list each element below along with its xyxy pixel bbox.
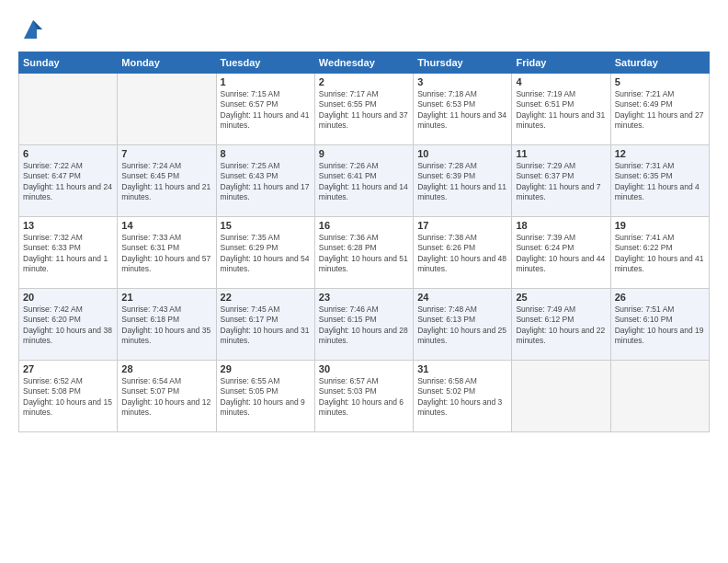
day-number: 14: [121, 220, 211, 231]
calendar-cell: 5Sunrise: 7:21 AM Sunset: 6:49 PM Daylig…: [610, 74, 709, 145]
calendar-cell: [512, 361, 610, 432]
day-number: 10: [417, 148, 507, 159]
calendar-cell: 11Sunrise: 7:29 AM Sunset: 6:37 PM Dayli…: [512, 145, 610, 217]
day-info: Sunrise: 7:38 AM Sunset: 6:26 PM Dayligh…: [417, 233, 507, 275]
day-info: Sunrise: 7:39 AM Sunset: 6:24 PM Dayligh…: [516, 233, 606, 275]
week-row-3: 13Sunrise: 7:32 AM Sunset: 6:33 PM Dayli…: [19, 217, 710, 289]
day-info: Sunrise: 7:35 AM Sunset: 6:29 PM Dayligh…: [221, 233, 311, 275]
calendar-cell: 18Sunrise: 7:39 AM Sunset: 6:24 PM Dayli…: [512, 217, 610, 289]
calendar-cell: 1Sunrise: 7:15 AM Sunset: 6:57 PM Daylig…: [216, 74, 314, 145]
day-info: Sunrise: 7:22 AM Sunset: 6:47 PM Dayligh…: [23, 161, 113, 203]
day-number: 17: [417, 220, 507, 231]
calendar-cell: 23Sunrise: 7:46 AM Sunset: 6:15 PM Dayli…: [314, 289, 413, 361]
week-row-1: 1Sunrise: 7:15 AM Sunset: 6:57 PM Daylig…: [19, 74, 710, 145]
calendar-cell: 16Sunrise: 7:36 AM Sunset: 6:28 PM Dayli…: [314, 217, 413, 289]
day-number: 13: [23, 220, 113, 231]
day-number: 27: [23, 363, 113, 374]
day-number: 21: [121, 292, 211, 303]
calendar-cell: 22Sunrise: 7:45 AM Sunset: 6:17 PM Dayli…: [216, 289, 314, 361]
day-info: Sunrise: 7:43 AM Sunset: 6:18 PM Dayligh…: [121, 304, 211, 347]
day-info: Sunrise: 7:28 AM Sunset: 6:39 PM Dayligh…: [417, 161, 507, 203]
day-number: 26: [615, 292, 705, 303]
weekday-header-wednesday: Wednesday: [314, 52, 413, 74]
logo-icon: [20, 17, 46, 42]
calendar-cell: 7Sunrise: 7:24 AM Sunset: 6:45 PM Daylig…: [118, 145, 216, 217]
day-info: Sunrise: 7:48 AM Sunset: 6:13 PM Dayligh…: [417, 304, 507, 347]
day-number: 24: [417, 292, 507, 303]
day-info: Sunrise: 6:57 AM Sunset: 5:03 PM Dayligh…: [319, 376, 409, 419]
weekday-header-thursday: Thursday: [414, 52, 512, 74]
day-number: 19: [615, 220, 705, 231]
day-info: Sunrise: 7:33 AM Sunset: 6:31 PM Dayligh…: [121, 233, 211, 275]
calendar-cell: 27Sunrise: 6:52 AM Sunset: 5:08 PM Dayli…: [19, 361, 118, 432]
day-info: Sunrise: 7:45 AM Sunset: 6:17 PM Dayligh…: [221, 304, 311, 347]
day-info: Sunrise: 7:24 AM Sunset: 6:45 PM Dayligh…: [121, 161, 211, 203]
day-number: 29: [221, 363, 311, 374]
day-number: 11: [516, 148, 606, 159]
calendar-cell: [19, 74, 118, 145]
weekday-header-tuesday: Tuesday: [216, 52, 314, 74]
day-number: 16: [319, 220, 409, 231]
calendar-cell: 24Sunrise: 7:48 AM Sunset: 6:13 PM Dayli…: [414, 289, 512, 361]
calendar-cell: 13Sunrise: 7:32 AM Sunset: 6:33 PM Dayli…: [19, 217, 118, 289]
day-number: 30: [319, 363, 409, 374]
header: [18, 17, 710, 42]
calendar-cell: 28Sunrise: 6:54 AM Sunset: 5:07 PM Dayli…: [118, 361, 216, 432]
day-info: Sunrise: 7:36 AM Sunset: 6:28 PM Dayligh…: [319, 233, 409, 275]
calendar-cell: 29Sunrise: 6:55 AM Sunset: 5:05 PM Dayli…: [216, 361, 314, 432]
calendar-cell: 3Sunrise: 7:18 AM Sunset: 6:53 PM Daylig…: [414, 74, 512, 145]
day-number: 6: [23, 148, 113, 159]
day-info: Sunrise: 7:18 AM Sunset: 6:53 PM Dayligh…: [417, 89, 507, 132]
day-number: 22: [221, 292, 311, 303]
calendar-cell: [118, 74, 216, 145]
day-info: Sunrise: 7:15 AM Sunset: 6:57 PM Dayligh…: [221, 89, 311, 132]
day-info: Sunrise: 7:41 AM Sunset: 6:22 PM Dayligh…: [615, 233, 705, 275]
weekday-header-friday: Friday: [512, 52, 610, 74]
day-info: Sunrise: 7:31 AM Sunset: 6:35 PM Dayligh…: [615, 161, 705, 203]
calendar-cell: 10Sunrise: 7:28 AM Sunset: 6:39 PM Dayli…: [414, 145, 512, 217]
day-number: 3: [417, 76, 507, 87]
day-number: 2: [319, 76, 409, 87]
weekday-header-row: SundayMondayTuesdayWednesdayThursdayFrid…: [19, 52, 710, 74]
day-info: Sunrise: 7:21 AM Sunset: 6:49 PM Dayligh…: [615, 89, 705, 132]
day-number: 9: [319, 148, 409, 159]
calendar-cell: 8Sunrise: 7:25 AM Sunset: 6:43 PM Daylig…: [216, 145, 314, 217]
day-info: Sunrise: 6:52 AM Sunset: 5:08 PM Dayligh…: [23, 376, 113, 419]
day-info: Sunrise: 7:25 AM Sunset: 6:43 PM Dayligh…: [221, 161, 311, 203]
day-info: Sunrise: 7:49 AM Sunset: 6:12 PM Dayligh…: [516, 304, 606, 347]
calendar-cell: 4Sunrise: 7:19 AM Sunset: 6:51 PM Daylig…: [512, 74, 610, 145]
day-number: 23: [319, 292, 409, 303]
day-info: Sunrise: 7:51 AM Sunset: 6:10 PM Dayligh…: [615, 304, 705, 347]
day-number: 20: [23, 292, 113, 303]
weekday-header-sunday: Sunday: [19, 52, 118, 74]
logo: [18, 17, 46, 42]
calendar-cell: 31Sunrise: 6:58 AM Sunset: 5:02 PM Dayli…: [414, 361, 512, 432]
day-number: 1: [221, 76, 311, 87]
calendar-cell: 21Sunrise: 7:43 AM Sunset: 6:18 PM Dayli…: [118, 289, 216, 361]
day-number: 12: [615, 148, 705, 159]
weekday-header-monday: Monday: [118, 52, 216, 74]
day-info: Sunrise: 7:29 AM Sunset: 6:37 PM Dayligh…: [516, 161, 606, 203]
day-number: 31: [417, 363, 507, 374]
day-info: Sunrise: 7:32 AM Sunset: 6:33 PM Dayligh…: [23, 233, 113, 275]
page: SundayMondayTuesdayWednesdayThursdayFrid…: [0, 0, 728, 563]
day-number: 18: [516, 220, 606, 231]
day-info: Sunrise: 6:54 AM Sunset: 5:07 PM Dayligh…: [121, 376, 211, 419]
calendar-cell: 30Sunrise: 6:57 AM Sunset: 5:03 PM Dayli…: [314, 361, 413, 432]
calendar-cell: 9Sunrise: 7:26 AM Sunset: 6:41 PM Daylig…: [314, 145, 413, 217]
weekday-header-saturday: Saturday: [610, 52, 709, 74]
calendar-cell: [610, 361, 709, 432]
calendar-cell: 17Sunrise: 7:38 AM Sunset: 6:26 PM Dayli…: [414, 217, 512, 289]
calendar-cell: 15Sunrise: 7:35 AM Sunset: 6:29 PM Dayli…: [216, 217, 314, 289]
calendar-cell: 25Sunrise: 7:49 AM Sunset: 6:12 PM Dayli…: [512, 289, 610, 361]
day-info: Sunrise: 6:55 AM Sunset: 5:05 PM Dayligh…: [221, 376, 311, 419]
calendar-table: SundayMondayTuesdayWednesdayThursdayFrid…: [18, 52, 710, 432]
day-info: Sunrise: 7:26 AM Sunset: 6:41 PM Dayligh…: [319, 161, 409, 203]
day-info: Sunrise: 7:46 AM Sunset: 6:15 PM Dayligh…: [319, 304, 409, 347]
week-row-2: 6Sunrise: 7:22 AM Sunset: 6:47 PM Daylig…: [19, 145, 710, 217]
calendar-cell: 2Sunrise: 7:17 AM Sunset: 6:55 PM Daylig…: [314, 74, 413, 145]
day-info: Sunrise: 7:42 AM Sunset: 6:20 PM Dayligh…: [23, 304, 113, 347]
calendar-cell: 20Sunrise: 7:42 AM Sunset: 6:20 PM Dayli…: [19, 289, 118, 361]
day-info: Sunrise: 7:19 AM Sunset: 6:51 PM Dayligh…: [516, 89, 606, 132]
day-number: 5: [615, 76, 705, 87]
